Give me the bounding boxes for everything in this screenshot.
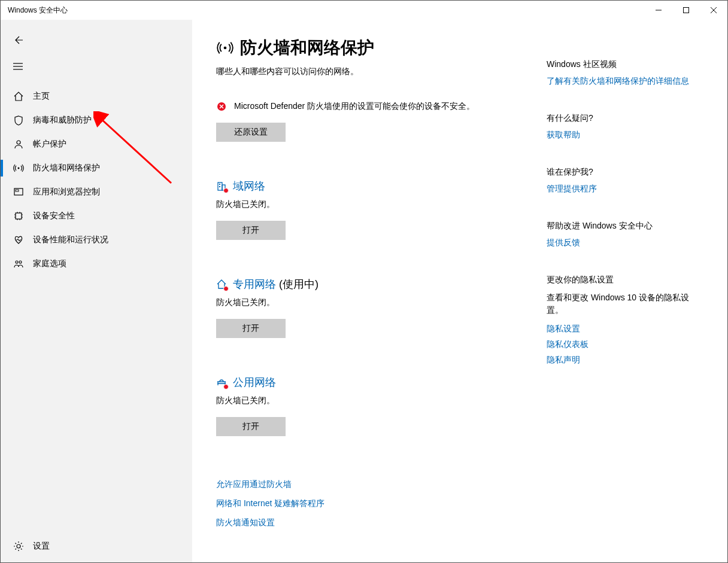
minimize-button[interactable] bbox=[645, 1, 672, 20]
right-block-protect: 谁在保护我? 管理提供程序 bbox=[547, 167, 702, 194]
broadcast-icon bbox=[13, 162, 25, 174]
window-title: Windows 安全中心 bbox=[8, 5, 68, 16]
open-button[interactable]: 打开 bbox=[216, 417, 286, 436]
right-block-improve: 帮助改进 Windows 安全中心 提供反馈 bbox=[547, 221, 702, 248]
nav-label: 家庭选项 bbox=[33, 258, 66, 269]
right-heading: 帮助改进 Windows 安全中心 bbox=[547, 221, 702, 232]
right-heading: 有什么疑问? bbox=[547, 113, 702, 124]
warning-text: Microsoft Defender 防火墙使用的设置可能会使你的设备不安全。 bbox=[234, 101, 475, 112]
right-heading: 更改你的隐私设置 bbox=[547, 275, 702, 285]
nav-item-device-health[interactable]: 设备性能和运行状况 bbox=[1, 228, 192, 252]
right-heading: Windows 社区视频 bbox=[547, 59, 702, 70]
nav-label: 帐户保护 bbox=[33, 139, 66, 150]
svg-rect-10 bbox=[16, 190, 19, 191]
nav-item-account[interactable]: 帐户保护 bbox=[1, 132, 192, 156]
svg-rect-1 bbox=[684, 8, 689, 13]
chip-icon bbox=[13, 210, 25, 222]
alert-dot-icon bbox=[223, 188, 229, 193]
right-heading: 谁在保护我? bbox=[547, 167, 702, 178]
link-manage-providers[interactable]: 管理提供程序 bbox=[547, 184, 702, 194]
main-content: 防火墙和网络保护 哪些人和哪些内容可以访问你的网络。 Microsoft Def… bbox=[216, 36, 527, 563]
error-icon bbox=[216, 101, 227, 112]
network-title: 域网络 bbox=[233, 179, 265, 193]
nav-label: 设置 bbox=[33, 541, 50, 552]
page-header: 防火墙和网络保护 bbox=[216, 36, 527, 59]
alert-dot-icon bbox=[223, 286, 229, 291]
network-title: 公用网络 bbox=[233, 375, 276, 389]
svg-rect-29 bbox=[219, 184, 220, 185]
nav-item-settings[interactable]: 设置 bbox=[1, 534, 192, 558]
warning-row: Microsoft Defender 防火墙使用的设置可能会使你的设备不安全。 bbox=[216, 101, 527, 112]
home-icon bbox=[13, 90, 25, 102]
link-learn-more[interactable]: 了解有关防火墙和网络保护的详细信息 bbox=[547, 76, 702, 87]
network-header[interactable]: 专用网络 (使用中) bbox=[216, 277, 527, 291]
right-block-privacy: 更改你的隐私设置 查看和更改 Windows 10 设备的隐私设置。 隐私设置 … bbox=[547, 275, 702, 366]
network-header[interactable]: 公用网络 bbox=[216, 375, 527, 389]
svg-point-21 bbox=[19, 261, 22, 263]
person-icon bbox=[13, 138, 25, 150]
network-section-public: 公用网络 防火墙已关闭。 打开 bbox=[216, 375, 527, 436]
network-status: 防火墙已关闭。 bbox=[216, 199, 527, 210]
open-button[interactable]: 打开 bbox=[216, 221, 286, 240]
restore-settings-button[interactable]: 还原设置 bbox=[216, 123, 286, 142]
link-notification-settings[interactable]: 防火墙通知设置 bbox=[216, 518, 527, 528]
nav-item-family[interactable]: 家庭选项 bbox=[1, 252, 192, 276]
hamburger-button[interactable] bbox=[1, 53, 192, 80]
nav-label: 应用和浏览器控制 bbox=[33, 187, 100, 197]
right-panel: Windows 社区视频 了解有关防火墙和网络保护的详细信息 有什么疑问? 获取… bbox=[547, 36, 702, 563]
nav-label: 病毒和威胁防护 bbox=[33, 115, 92, 126]
svg-point-22 bbox=[17, 544, 20, 548]
nav-item-app-browser[interactable]: 应用和浏览器控制 bbox=[1, 180, 192, 204]
titlebar: Windows 安全中心 bbox=[1, 1, 727, 20]
gear-icon bbox=[13, 540, 25, 552]
app-browser-icon bbox=[13, 186, 25, 198]
link-privacy-settings[interactable]: 隐私设置 bbox=[547, 324, 702, 334]
network-title: 专用网络 (使用中) bbox=[233, 277, 318, 291]
link-troubleshoot[interactable]: 网络和 Internet 疑难解答程序 bbox=[216, 498, 527, 509]
nav-label: 设备安全性 bbox=[33, 211, 75, 221]
bench-icon bbox=[216, 377, 227, 388]
nav-item-virus[interactable]: 病毒和威胁防护 bbox=[1, 108, 192, 132]
nav-item-firewall[interactable]: 防火墙和网络保护 bbox=[1, 156, 192, 180]
sidebar: 主页 病毒和威胁防护 帐户保护 防火墙和网络保护 应用和浏览器控制 bbox=[1, 20, 192, 563]
link-get-help[interactable]: 获取帮助 bbox=[547, 130, 702, 141]
svg-point-23 bbox=[224, 47, 227, 50]
svg-point-8 bbox=[18, 168, 20, 169]
right-text: 查看和更改 Windows 10 设备的隐私设置。 bbox=[547, 291, 702, 317]
main: 防火墙和网络保护 哪些人和哪些内容可以访问你的网络。 Microsoft Def… bbox=[192, 20, 727, 563]
nav-item-device-security[interactable]: 设备安全性 bbox=[1, 204, 192, 228]
link-allow-app[interactable]: 允许应用通过防火墙 bbox=[216, 479, 527, 490]
svg-rect-11 bbox=[16, 213, 22, 219]
right-block-community: Windows 社区视频 了解有关防火墙和网络保护的详细信息 bbox=[547, 59, 702, 87]
link-feedback[interactable]: 提供反馈 bbox=[547, 238, 702, 248]
shield-icon bbox=[13, 114, 25, 126]
building-icon bbox=[216, 181, 227, 191]
body: 主页 病毒和威胁防护 帐户保护 防火墙和网络保护 应用和浏览器控制 bbox=[1, 20, 727, 563]
page-title: 防火墙和网络保护 bbox=[240, 36, 374, 59]
nav-list: 主页 病毒和威胁防护 帐户保护 防火墙和网络保护 应用和浏览器控制 bbox=[1, 84, 192, 276]
maximize-button[interactable] bbox=[672, 1, 700, 20]
nav-item-home[interactable]: 主页 bbox=[1, 84, 192, 108]
network-section-private: 专用网络 (使用中) 防火墙已关闭。 打开 bbox=[216, 277, 527, 338]
network-status: 防火墙已关闭。 bbox=[216, 395, 527, 406]
app-window: Windows 安全中心 主页 bbox=[0, 0, 728, 563]
window-controls bbox=[645, 1, 727, 20]
network-header[interactable]: 域网络 bbox=[216, 179, 527, 193]
right-block-question: 有什么疑问? 获取帮助 bbox=[547, 113, 702, 141]
close-button[interactable] bbox=[700, 1, 727, 20]
alert-dot-icon bbox=[223, 384, 229, 389]
page-subtitle: 哪些人和哪些内容可以访问你的网络。 bbox=[216, 66, 527, 77]
svg-point-7 bbox=[17, 141, 20, 144]
back-button[interactable] bbox=[1, 27, 192, 53]
open-button[interactable]: 打开 bbox=[216, 319, 286, 338]
link-privacy-statement[interactable]: 隐私声明 bbox=[547, 355, 702, 366]
family-icon bbox=[13, 258, 25, 270]
bottom-links: 允许应用通过防火墙 网络和 Internet 疑难解答程序 防火墙通知设置 bbox=[216, 479, 527, 528]
network-section-domain: 域网络 防火墙已关闭。 打开 bbox=[216, 179, 527, 240]
broadcast-icon bbox=[216, 39, 234, 57]
heart-icon bbox=[13, 234, 25, 246]
nav-label: 主页 bbox=[33, 91, 50, 102]
svg-rect-30 bbox=[219, 186, 220, 187]
link-privacy-dashboard[interactable]: 隐私仪表板 bbox=[547, 339, 702, 350]
nav-label: 设备性能和运行状况 bbox=[33, 235, 108, 245]
